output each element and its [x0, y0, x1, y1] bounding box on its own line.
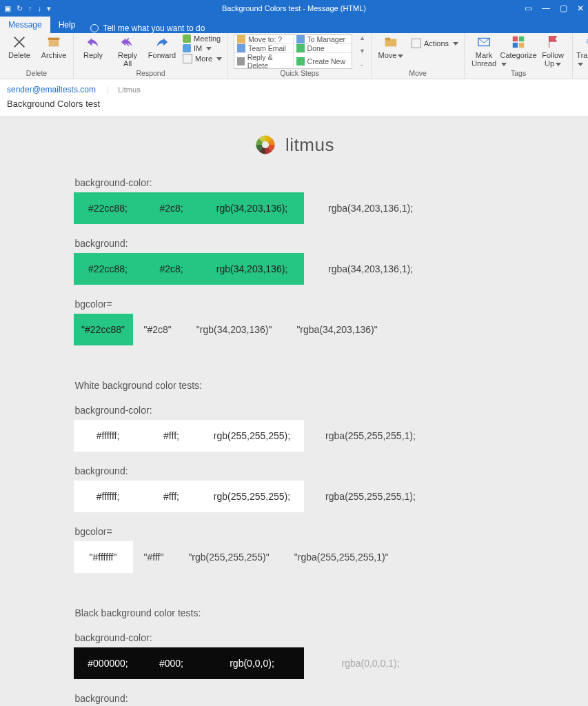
mail-icon [237, 44, 245, 52]
qat-save-icon[interactable]: ▣ [4, 4, 11, 13]
color-cell: rgb(34,203,136); [201, 253, 304, 285]
lightbulb-icon [90, 24, 99, 32]
forward-icon [154, 34, 170, 50]
group-editing: aあ Translate Find Related Select Editing [573, 33, 588, 79]
flag-icon [545, 34, 560, 50]
window-minimize-icon[interactable]: — [542, 3, 550, 13]
color-cell-outside: rgba(255,255,255,1); [319, 420, 423, 452]
bgcolor-cell-plain: "rgba(255,255,255,1)" [290, 541, 393, 573]
qs-done[interactable]: Done [294, 44, 352, 52]
litmus-logo-text: litmus [285, 134, 334, 156]
qat-dropdown-icon[interactable]: ▾ [47, 4, 51, 13]
color-row: #22cc88;#2c8;rgb(34,203,136);rgba(34,203… [74, 253, 515, 285]
window-close-icon[interactable]: ✕ [577, 3, 584, 13]
color-cell: #fff; [143, 481, 201, 512]
tell-me-search[interactable]: Tell me what you want to do [90, 23, 205, 33]
new-icon [296, 57, 305, 65]
property-label: background-color: [75, 405, 515, 416]
reply-button[interactable]: Reply [79, 34, 107, 59]
property-label: bgcolor= [75, 526, 515, 537]
mark-unread-button[interactable]: Mark Unread [470, 34, 498, 68]
more-button[interactable]: More [183, 54, 222, 63]
archive-button[interactable]: Archive [40, 34, 68, 59]
forward-button[interactable]: Forward [148, 34, 176, 59]
qat-undo-icon[interactable]: ↻ [17, 4, 23, 13]
tab-message[interactable]: Message [0, 17, 50, 33]
bgcolor-cell-plain: "rgb(34,203,136)" [192, 314, 276, 345]
color-cell: #22cc88; [74, 192, 143, 224]
chevron-down-icon [216, 57, 222, 61]
qs-move-to[interactable]: Move to: ? [234, 35, 294, 43]
chevron-down-icon [556, 63, 561, 66]
color-cell: #000; [143, 647, 201, 679]
quick-steps-gallery[interactable]: Move to: ? To Manager Team Email Done Re… [234, 34, 352, 69]
bgcolor-cell-plain: "#2c8" [140, 314, 176, 345]
archive-label: Archive [41, 51, 67, 59]
sender-address[interactable]: sender@emailtests.com [7, 85, 96, 94]
bgcolor-cell-plain: "#fff" [140, 541, 168, 573]
delete-label: Delete [8, 51, 30, 59]
reply-icon [85, 34, 101, 50]
reply-all-button[interactable]: Reply All [114, 34, 141, 68]
window-title: Background Colors test - Message (HTML) [0, 4, 588, 12]
message-body: litmus background-color:#22cc88;#2c8;rgb… [0, 117, 588, 706]
move-button[interactable]: Move [377, 34, 405, 59]
bgcolor-cell: "#22cc88" [74, 314, 133, 345]
qs-create-new[interactable]: Create New [294, 53, 352, 70]
folder-icon [237, 35, 245, 43]
tab-help[interactable]: Help [50, 17, 84, 33]
ribbon: Delete Archive Delete Reply Reply All Fo… [0, 33, 588, 79]
bgcolor-cell-plain: "rgba(34,203,136)" [292, 314, 381, 345]
chevron-down-icon [206, 47, 212, 50]
actions-button[interactable]: Actions [412, 39, 458, 48]
meeting-button[interactable]: Meeting [183, 34, 222, 43]
more-icon [183, 54, 192, 63]
actions-icon [412, 39, 421, 48]
chevron-down-icon [578, 63, 583, 66]
qs-team-email[interactable]: Team Email [234, 44, 294, 52]
qs-reply-delete[interactable]: Reply & Delete [234, 53, 294, 70]
qs-expand[interactable]: ⌄ [359, 61, 365, 68]
property-label: background-color: [75, 632, 515, 643]
check-icon [296, 44, 305, 52]
im-button[interactable]: IM [183, 44, 222, 52]
color-row: #22cc88;#2c8;rgb(34,203,136);rgba(34,203… [74, 192, 515, 224]
ribbon-display-icon[interactable]: ▭ [525, 3, 532, 13]
color-cell: #2c8; [143, 253, 201, 285]
section-title: White background color tests: [75, 380, 515, 391]
qat-up-icon[interactable]: ↑ [28, 4, 32, 12]
chevron-down-icon [453, 42, 458, 46]
group-delete-label: Delete [6, 69, 68, 79]
section-title: Black background color tests: [75, 607, 515, 618]
color-cell-outside: rgba(34,203,136,1); [319, 253, 423, 285]
qs-scroll-down[interactable]: ▼ [359, 48, 365, 54]
translate-button[interactable]: aあ Translate [578, 34, 588, 68]
color-cell: rgb(34,203,136); [201, 192, 304, 224]
message-header: sender@emailtests.com Litmus Background … [0, 79, 588, 117]
color-cell-outside: rgba(255,255,255,1); [319, 481, 423, 512]
window-maximize-icon[interactable]: ▢ [560, 3, 567, 13]
message-tag: Litmus [108, 85, 140, 94]
tell-me-label: Tell me what you want to do [103, 23, 205, 33]
delete-button[interactable]: Delete [6, 34, 33, 59]
chevron-down-icon [501, 63, 507, 66]
group-tags: Mark Unread Categorize Follow Up Tags [465, 33, 573, 79]
svg-rect-8 [519, 43, 524, 48]
qs-scroll-up[interactable]: ▲ [359, 34, 365, 41]
bgcolor-row: "#ffffff""#fff""rgb(255,255,255)""rgba(2… [74, 541, 515, 573]
color-row: #000000;#000;rgb(0,0,0);rgba(0,0,0,1); [74, 647, 515, 679]
qat-down-icon[interactable]: ↓ [38, 4, 42, 12]
group-quick-steps: Move to: ? To Manager Team Email Done Re… [228, 33, 372, 79]
meeting-icon [183, 34, 191, 43]
manager-icon [296, 35, 305, 43]
litmus-wheel-icon [254, 133, 277, 157]
property-label: background: [75, 465, 515, 476]
ribbon-tabs: Message Help Tell me what you want to do [0, 17, 588, 33]
categorize-button[interactable]: Categorize [505, 34, 532, 68]
translate-icon: aあ [585, 34, 588, 50]
color-row: #ffffff;#fff;rgb(255,255,255);rgba(255,2… [74, 420, 515, 452]
property-label: bgcolor= [75, 299, 515, 310]
qs-to-manager[interactable]: To Manager [294, 35, 352, 43]
follow-up-button[interactable]: Follow Up [539, 34, 567, 68]
color-cell: #fff; [143, 420, 201, 452]
